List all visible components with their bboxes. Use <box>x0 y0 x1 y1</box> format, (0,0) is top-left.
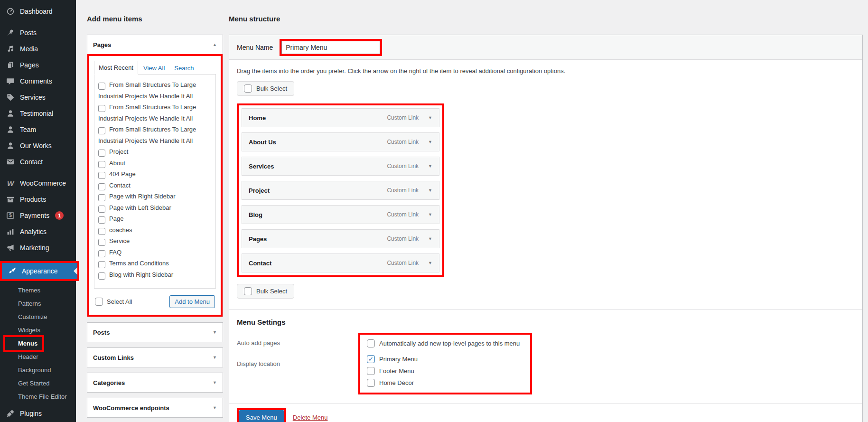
page-checkbox-item[interactable]: ✓Page with Right Sidebar <box>98 191 212 202</box>
collapse-caret-icon[interactable]: ▲ <box>213 42 217 47</box>
page-checkbox-item[interactable]: ✓Page <box>98 213 212 225</box>
submenu-item-get-started[interactable]: Get Started <box>0 377 76 390</box>
checkbox[interactable]: ✓ <box>98 216 105 224</box>
bulk-select-checkbox-bottom[interactable]: ✓ Bulk Select <box>237 284 294 299</box>
checkbox[interactable]: ✓ <box>98 194 105 201</box>
checkbox[interactable]: ✓ <box>98 161 105 168</box>
expand-caret-icon[interactable]: ▼ <box>428 261 432 265</box>
checkbox[interactable]: ✓ <box>98 172 105 179</box>
posts-accordion: Posts ▼ <box>87 322 223 342</box>
sidebar-item-payments[interactable]: $ Payments 1 <box>0 207 76 224</box>
checkbox[interactable]: ✓ <box>98 183 105 190</box>
location-home-decor-checkbox[interactable]: ✓ Home Décor <box>367 379 523 387</box>
page-checkbox-item[interactable]: ✓Blog with Right Sidebar <box>98 269 212 281</box>
checkbox[interactable]: ✓ <box>98 272 105 280</box>
submenu-item-widgets[interactable]: Widgets <box>0 324 76 337</box>
submenu-item-themes[interactable]: Themes <box>0 284 76 297</box>
sidebar-item-woocommerce[interactable]: W WooCommerce <box>0 175 76 191</box>
menu-item-contact[interactable]: Contact Custom Link▼ <box>242 253 439 272</box>
checkbox[interactable]: ✓ <box>98 206 105 213</box>
save-menu-button[interactable]: Save Menu <box>239 410 284 422</box>
checkbox[interactable]: ✓ <box>98 127 105 134</box>
page-checkbox-item[interactable]: ✓About <box>98 158 212 169</box>
auto-add-pages-checkbox[interactable]: ✓ Automatically add new top-level pages … <box>367 339 523 347</box>
custom-links-accordion-header[interactable]: Custom Links ▼ <box>87 348 223 367</box>
checkbox[interactable]: ✓ <box>98 150 105 157</box>
menu-name-input[interactable] <box>281 41 380 54</box>
bulk-select-checkbox-top[interactable]: ✓ Bulk Select <box>237 81 294 96</box>
sidebar-item-dashboard[interactable]: Dashboard <box>0 3 76 19</box>
expand-caret-icon[interactable]: ▼ <box>213 330 217 335</box>
menu-item-home[interactable]: Home Custom Link▼ <box>242 108 439 127</box>
sidebar-item-services[interactable]: Services <box>0 89 76 105</box>
select-all-checkbox[interactable]: ✓ Select All <box>95 298 132 306</box>
pages-checklist: ✓From Small Structures To Large Industri… <box>94 74 216 289</box>
sidebar-item-pages[interactable]: Pages <box>0 57 76 73</box>
menu-item-blog[interactable]: Blog Custom Link▼ <box>242 205 439 224</box>
page-checkbox-item[interactable]: ✓Terms and Conditions <box>98 258 212 269</box>
checkbox[interactable]: ✓ <box>98 83 105 90</box>
submenu-item-theme-file-editor[interactable]: Theme File Editor <box>0 390 76 403</box>
page-checkbox-item[interactable]: ✓Page with Left Sidebar <box>98 202 212 214</box>
expand-caret-icon[interactable]: ▼ <box>428 212 432 217</box>
menu-item-about-us[interactable]: About Us Custom Link▼ <box>242 132 439 151</box>
checkbox[interactable]: ✓ <box>98 228 105 235</box>
menu-item-project[interactable]: Project Custom Link▼ <box>242 181 439 200</box>
submenu-item-menus[interactable]: Menus <box>0 337 76 350</box>
sidebar-item-team[interactable]: Team <box>0 122 76 138</box>
expand-caret-icon[interactable]: ▼ <box>213 380 217 385</box>
page-checkbox-item[interactable]: ✓coaches <box>98 225 212 236</box>
tab-most-recent[interactable]: Most Recent <box>94 61 138 75</box>
menu-structure-title: Menu structure <box>229 14 863 24</box>
sidebar-item-plugins[interactable]: Plugins <box>0 405 76 422</box>
sidebar-item-analytics[interactable]: Analytics <box>0 224 76 240</box>
submenu-item-background[interactable]: Background <box>0 364 76 377</box>
sidebar-item-our-works[interactable]: Our Works <box>0 138 76 154</box>
posts-accordion-header[interactable]: Posts ▼ <box>87 323 223 342</box>
checkbox[interactable]: ✓ <box>98 250 105 257</box>
tab-view-all[interactable]: View All <box>139 62 169 75</box>
menu-item-services[interactable]: Services Custom Link▼ <box>242 157 439 176</box>
box-icon <box>6 195 15 204</box>
submenu-item-header[interactable]: Header <box>0 350 76 364</box>
menu-settings-annotation-box: ✓ Automatically add new top-level pages … <box>358 333 532 394</box>
page-checkbox-item[interactable]: ✓FAQ <box>98 247 212 258</box>
page-checkbox-item[interactable]: ✓From Small Structures To Large Industri… <box>98 102 212 124</box>
checkbox[interactable]: ✓ <box>98 239 105 246</box>
tab-search[interactable]: Search <box>170 62 198 75</box>
sidebar-item-appearance[interactable]: Appearance <box>2 263 77 279</box>
location-primary-menu-checkbox[interactable]: ✓ Primary Menu <box>367 355 523 363</box>
sidebar-item-posts[interactable]: Posts <box>0 25 76 41</box>
submenu-item-patterns[interactable]: Patterns <box>0 297 76 310</box>
checkbox[interactable]: ✓ <box>98 105 105 112</box>
expand-caret-icon[interactable]: ▼ <box>428 115 432 120</box>
page-checkbox-item[interactable]: ✓Project <box>98 146 212 158</box>
sidebar-item-products[interactable]: Products <box>0 191 76 207</box>
checkbox[interactable]: ✓ <box>98 261 105 268</box>
page-checkbox-item[interactable]: ✓Contact <box>98 180 212 191</box>
sidebar-item-contact[interactable]: Contact <box>0 154 76 170</box>
sidebar-item-comments[interactable]: Comments <box>0 73 76 89</box>
page-checkbox-item[interactable]: ✓Service <box>98 235 212 247</box>
expand-caret-icon[interactable]: ▼ <box>428 164 432 169</box>
expand-caret-icon[interactable]: ▼ <box>428 188 432 193</box>
page-checkbox-item[interactable]: ✓From Small Structures To Large Industri… <box>98 124 212 146</box>
woocommerce-endpoints-accordion-header[interactable]: WooCommerce endpoints ▼ <box>87 398 223 417</box>
expand-caret-icon[interactable]: ▼ <box>428 140 432 144</box>
add-to-menu-button[interactable]: Add to Menu <box>169 295 215 308</box>
sidebar-item-testimonial[interactable]: Testimonial <box>0 105 76 122</box>
expand-caret-icon[interactable]: ▼ <box>213 405 217 410</box>
display-location-label: Display location <box>237 360 358 367</box>
submenu-item-customize[interactable]: Customize <box>0 310 76 324</box>
sidebar-item-media[interactable]: Media <box>0 41 76 57</box>
pages-accordion-header[interactable]: Pages ▲ <box>87 35 223 54</box>
sidebar-item-marketing[interactable]: Marketing <box>0 240 76 256</box>
location-footer-menu-checkbox[interactable]: ✓ Footer Menu <box>367 367 523 375</box>
delete-menu-link[interactable]: Delete Menu <box>293 414 328 421</box>
menu-item-pages[interactable]: Pages Custom Link▼ <box>242 229 439 248</box>
page-checkbox-item[interactable]: ✓404 Page <box>98 169 212 180</box>
categories-accordion-header[interactable]: Categories ▼ <box>87 373 223 392</box>
expand-caret-icon[interactable]: ▼ <box>213 355 217 360</box>
page-checkbox-item[interactable]: ✓From Small Structures To Large Industri… <box>98 79 212 102</box>
expand-caret-icon[interactable]: ▼ <box>428 236 432 241</box>
